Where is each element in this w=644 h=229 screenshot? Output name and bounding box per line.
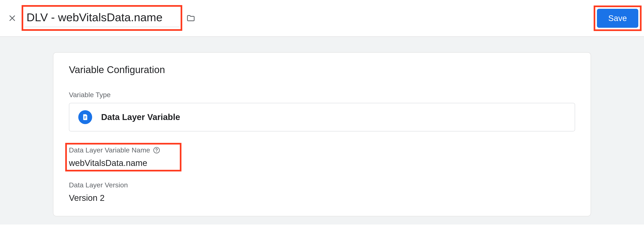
variable-type-name: Data Layer Variable (101, 112, 180, 122)
dlv-name-label: Data Layer Variable Name (69, 146, 575, 154)
variable-name-wrap (24, 9, 180, 27)
svg-rect-2 (84, 118, 86, 118)
save-button[interactable]: Save (597, 9, 638, 28)
dlv-name-help[interactable] (153, 147, 160, 154)
folder-button[interactable] (184, 12, 197, 25)
editor-canvas: Variable Configuration Variable Type Dat… (0, 37, 644, 224)
folder-icon (186, 14, 195, 23)
dlv-version-block: Data Layer Version Version 2 (69, 181, 575, 203)
dlv-name-value: webVitalsData.name (69, 158, 575, 168)
save-button-wrap: Save (597, 9, 638, 28)
dlv-version-label: Data Layer Version (69, 181, 575, 189)
svg-point-4 (156, 151, 157, 152)
data-layer-variable-icon (78, 110, 92, 124)
card-title: Variable Configuration (69, 64, 575, 75)
dlv-name-block: Data Layer Variable Name webVitalsData.n… (69, 146, 575, 168)
editor-header: Save (0, 0, 644, 37)
dlv-name-label-text: Data Layer Variable Name (69, 146, 150, 154)
variable-config-card: Variable Configuration Variable Type Dat… (53, 52, 591, 216)
close-icon (8, 14, 16, 22)
variable-type-label: Variable Type (69, 91, 575, 99)
variable-name-input[interactable] (24, 9, 180, 27)
svg-rect-1 (84, 117, 86, 118)
svg-rect-0 (84, 116, 86, 117)
variable-type-selector[interactable]: Data Layer Variable (69, 103, 575, 131)
dlv-version-value: Version 2 (69, 193, 575, 203)
help-icon (153, 147, 160, 154)
close-button[interactable] (6, 12, 19, 25)
